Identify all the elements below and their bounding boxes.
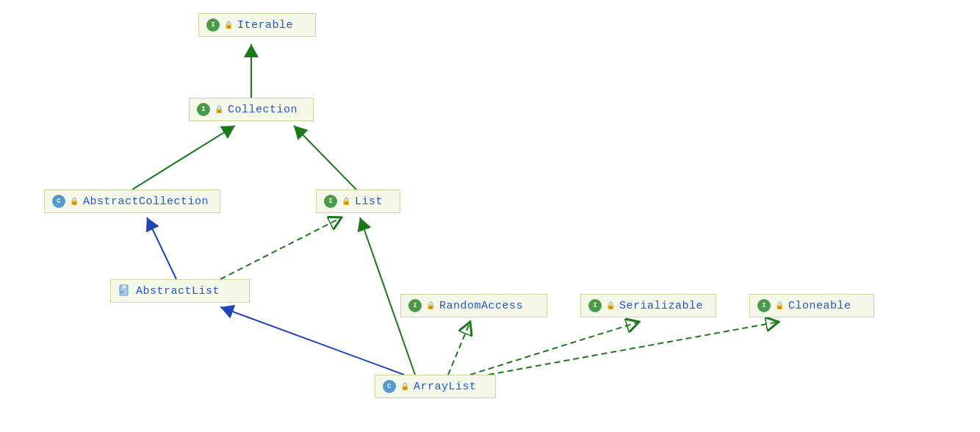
node-label-abstractcollection: AbstractCollection [83,195,209,208]
node-list: I 🔒 List [316,190,400,213]
node-label-cloneable: Cloneable [788,300,851,312]
interface-badge-cloneable: I [757,299,771,312]
node-abstractlist: 01 AbstractList [110,279,250,303]
arraylist-to-cloneable [489,322,779,375]
interface-badge-serializable: I [588,299,602,312]
class-badge-abstractcollection: C [52,195,65,208]
lock-icon-serializable: 🔒 [606,301,615,310]
lock-icon-iterable: 🔒 [224,21,233,29]
class-diagram: I 🔒 Iterable I 🔒 Collection C 🔒 Abstract… [0,0,980,432]
class-badge-arraylist: C [383,380,396,393]
file-icon-abstractlist: 01 [118,284,131,298]
node-label-arraylist: ArrayList [414,381,477,393]
node-label-serializable: Serializable [619,300,703,312]
svg-rect-1 [122,285,126,289]
abstractcollection-to-collection [132,126,235,190]
node-randomaccess: I 🔒 RandomAccess [400,294,547,317]
node-label-randomaccess: RandomAccess [439,300,523,312]
arraylist-to-abstractlist [220,307,404,375]
list-to-collection [294,126,356,190]
lock-icon-list: 🔒 [342,197,350,206]
node-label-list: List [355,195,383,208]
lock-icon-abstractcollection: 🔒 [70,197,79,206]
arraylist-to-serializable [470,322,639,375]
node-label-iterable: Iterable [237,19,293,32]
lock-icon-cloneable: 🔒 [775,301,784,310]
arrows-svg [0,0,980,432]
interface-badge-collection: I [197,103,210,116]
interface-badge-randomaccess: I [408,299,422,312]
abstractlist-to-abstractcollection [147,217,176,279]
abstractlist-to-list-dashed [220,217,342,279]
node-cloneable: I 🔒 Cloneable [749,294,874,317]
node-collection: I 🔒 Collection [189,98,314,121]
arraylist-to-randomaccess [448,322,470,375]
lock-icon-arraylist: 🔒 [400,382,409,391]
svg-text:01: 01 [120,290,124,294]
node-arraylist: C 🔒 ArrayList [375,375,496,398]
node-serializable: I 🔒 Serializable [580,294,716,317]
node-abstractcollection: C 🔒 AbstractCollection [44,190,220,213]
node-label-collection: Collection [228,104,298,116]
node-iterable: I 🔒 Iterable [198,13,316,37]
interface-badge-iterable: I [206,18,220,32]
interface-badge-list: I [324,195,337,208]
node-label-abstractlist: AbstractList [136,285,220,298]
lock-icon-collection: 🔒 [215,105,223,114]
lock-icon-randomaccess: 🔒 [426,301,435,310]
